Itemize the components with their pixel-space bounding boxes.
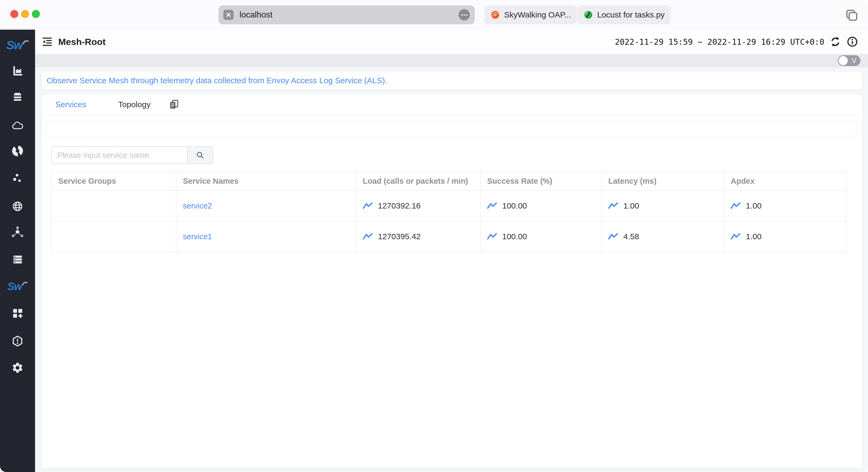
sidebar-item-cloud[interactable] bbox=[11, 119, 24, 132]
col-service-groups: Service Groups bbox=[52, 172, 176, 191]
toggle-label: V bbox=[852, 57, 857, 65]
skywalking-logo[interactable]: Sw bbox=[4, 38, 31, 53]
col-latency: Latency (ms) bbox=[601, 172, 724, 191]
sidebar-item-grid-plus[interactable] bbox=[11, 306, 24, 320]
table-row: service2 1270392.16 100.00 1.00 1.00 bbox=[52, 191, 846, 221]
timezone[interactable]: UTC+0:0 bbox=[790, 37, 824, 46]
info-icon[interactable] bbox=[846, 36, 858, 48]
page-background: Observe Service Mesh through telemetry d… bbox=[35, 67, 868, 472]
search-button[interactable] bbox=[187, 147, 213, 164]
scatter-dots-icon bbox=[11, 172, 24, 184]
cell-group bbox=[52, 191, 176, 221]
load-value: 1270395.42 bbox=[378, 232, 421, 241]
sidebar: Sw Sw bbox=[0, 30, 35, 472]
trend-sparkline-icon bbox=[731, 202, 742, 210]
trend-sparkline-icon bbox=[487, 202, 498, 210]
copy-window-icon[interactable] bbox=[844, 7, 859, 24]
app-header: Mesh-Root 2022-11-29 15:59 ~ 2022-11-29 … bbox=[35, 30, 868, 54]
trend-sparkline-icon bbox=[363, 233, 374, 240]
trend-sparkline-icon bbox=[608, 233, 619, 240]
services-table: Service Groups Service Names Load (calls… bbox=[51, 171, 847, 252]
cloud-icon bbox=[11, 120, 24, 132]
grafana-icon bbox=[490, 10, 500, 20]
clear-url-icon[interactable] bbox=[223, 10, 234, 20]
trend-sparkline-icon bbox=[608, 202, 619, 210]
success-rate-value: 100.00 bbox=[502, 201, 527, 210]
address-bar[interactable]: localhost bbox=[218, 5, 475, 24]
trend-sparkline-icon bbox=[731, 233, 742, 240]
browser-chrome: localhost SkyWalking OAP... Locust for t… bbox=[0, 0, 868, 30]
table-row: service1 1270395.42 100.00 4.58 1.00 bbox=[52, 221, 846, 252]
hexagon-alert-icon bbox=[11, 335, 24, 347]
donut-chart-icon bbox=[11, 145, 24, 157]
service-link[interactable]: service2 bbox=[183, 202, 212, 210]
dashboard-toolbar: V bbox=[35, 54, 868, 67]
success-rate-value: 100.00 bbox=[502, 232, 527, 241]
notice-banner: Observe Service Mesh through telemetry d… bbox=[42, 72, 862, 90]
latency-value: 4.58 bbox=[623, 232, 639, 241]
sidebar-item-bar-chart[interactable] bbox=[11, 64, 24, 77]
grid-plus-icon bbox=[11, 307, 24, 319]
col-success-rate: Success Rate (%) bbox=[480, 172, 601, 191]
trend-sparkline-icon bbox=[487, 233, 498, 240]
sidebar-item-dots[interactable] bbox=[11, 171, 24, 185]
sidebar-item-layers[interactable] bbox=[11, 91, 24, 104]
sidebar-item-settings[interactable] bbox=[11, 361, 24, 374]
bookmark-tab-locust[interactable]: Locust for tasks.py bbox=[577, 5, 671, 24]
bookmark-tab-label: SkyWalking OAP... bbox=[504, 10, 571, 20]
url-text: localhost bbox=[240, 10, 273, 20]
cube-nodes-icon bbox=[11, 226, 24, 238]
cell-group bbox=[52, 221, 176, 252]
globe-icon bbox=[11, 200, 24, 212]
tab-topology[interactable]: Topology bbox=[118, 100, 151, 109]
search-input[interactable] bbox=[52, 147, 187, 164]
toggle-knob bbox=[839, 56, 848, 65]
view-mode-toggle[interactable]: V bbox=[838, 55, 861, 66]
refresh-icon[interactable] bbox=[829, 36, 842, 48]
tab-bar: Services Topology bbox=[42, 94, 862, 115]
locust-icon bbox=[583, 10, 593, 20]
bar-chart-icon bbox=[11, 65, 24, 77]
minimize-window-button[interactable] bbox=[21, 10, 29, 18]
collapse-sidebar-icon[interactable] bbox=[41, 36, 53, 48]
time-range[interactable]: 2022-11-29 15:59 ~ 2022-11-29 16:29 bbox=[615, 37, 785, 46]
latency-value: 1.00 bbox=[623, 201, 639, 210]
browser-window: localhost SkyWalking OAP... Locust for t… bbox=[0, 0, 868, 472]
sidebar-item-cube-nodes[interactable] bbox=[11, 226, 24, 239]
copy-pages-icon[interactable] bbox=[168, 99, 180, 110]
trend-sparkline-icon bbox=[363, 202, 374, 210]
server-rack-icon bbox=[11, 253, 24, 266]
sidebar-item-server-rack[interactable] bbox=[11, 253, 24, 266]
apdex-value: 1.00 bbox=[746, 201, 762, 210]
empty-widget-container bbox=[46, 121, 857, 138]
col-apdex: Apdex bbox=[724, 172, 846, 191]
col-service-names: Service Names bbox=[176, 172, 356, 191]
close-window-button[interactable] bbox=[10, 10, 18, 18]
layers-icon bbox=[11, 91, 24, 103]
more-options-icon[interactable] bbox=[459, 9, 470, 21]
service-search bbox=[51, 146, 213, 164]
sidebar-item-globe[interactable] bbox=[11, 200, 24, 213]
gear-icon bbox=[11, 362, 24, 374]
zoom-window-button[interactable] bbox=[32, 10, 40, 18]
tab-services[interactable]: Services bbox=[55, 100, 86, 109]
sidebar-item-donut[interactable] bbox=[11, 144, 24, 158]
main-panel: Services Topology Service Groups bbox=[42, 94, 862, 468]
page-title: Mesh-Root bbox=[58, 37, 106, 47]
service-link[interactable]: service1 bbox=[183, 232, 212, 241]
sidebar-item-alert[interactable] bbox=[11, 334, 24, 348]
apdex-value: 1.00 bbox=[746, 232, 762, 241]
table-header-row: Service Groups Service Names Load (calls… bbox=[52, 172, 846, 191]
col-load: Load (calls or packets / min) bbox=[356, 172, 480, 191]
bookmark-tab-skywalking[interactable]: SkyWalking OAP... bbox=[484, 5, 577, 24]
search-icon bbox=[195, 150, 205, 160]
bookmark-tab-label: Locust for tasks.py bbox=[597, 10, 664, 20]
load-value: 1270392.16 bbox=[378, 201, 421, 210]
sidebar-item-skywalking[interactable]: Sw bbox=[5, 280, 30, 293]
